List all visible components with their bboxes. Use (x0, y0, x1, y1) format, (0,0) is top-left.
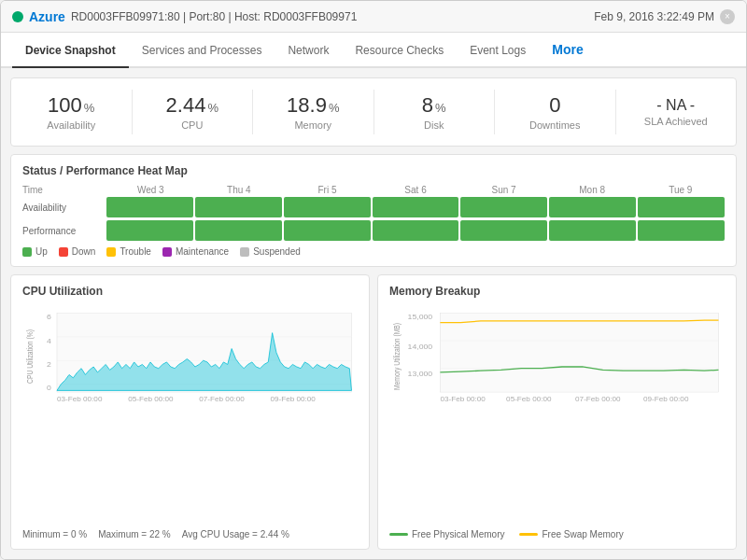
heatmap-row-availability: Availability (22, 197, 725, 217)
svg-text:0: 0 (47, 385, 52, 392)
svg-text:07-Feb 00:00: 07-Feb 00:00 (199, 396, 244, 403)
stat-disk: 8% Disk (374, 90, 496, 134)
perf-cell-1 (195, 220, 282, 241)
heatmap-time-label: Time (22, 185, 106, 195)
stats-card: 100% Availability 2.44% CPU 18.9% Memory… (10, 77, 737, 147)
memory-chart-area: Memory Utilization (MB) 15,000 14,000 13… (389, 305, 725, 525)
cpu-unit: % (207, 101, 218, 115)
tab-resource-checks[interactable]: Resource Checks (342, 35, 457, 68)
availability-value: 100 (48, 93, 82, 117)
physical-memory-legend-label: Free Physical Memory (412, 529, 504, 539)
app-window: Azure RD0003FFB09971:80 | Port:80 | Host… (0, 0, 747, 560)
col-mon8: Mon 8 (548, 185, 637, 195)
col-fri5: Fri 5 (283, 185, 372, 195)
col-wed3: Wed 3 (106, 185, 195, 195)
legend-up-color (22, 247, 32, 257)
svg-text:05-Feb 00:00: 05-Feb 00:00 (128, 396, 173, 403)
legend-down-color (59, 247, 68, 257)
cpu-chart-card: CPU Utilization CPU Utilization (%) 6 4 … (10, 274, 370, 550)
header-left: Azure RD0003FFB09971:80 | Port:80 | Host… (12, 9, 357, 24)
perf-cell-5 (549, 220, 636, 241)
stat-sla: - NA - SLA Achieved (616, 93, 737, 131)
datetime-label: Feb 9, 2016 3:22:49 PM (594, 10, 714, 23)
col-sun7: Sun 7 (459, 185, 548, 195)
row-performance-label: Performance (22, 226, 106, 236)
perf-cell-3 (373, 220, 459, 241)
disk-value: 8 (422, 93, 433, 117)
stat-memory: 18.9% Memory (253, 90, 374, 134)
legend-maintenance: Maintenance (162, 246, 229, 257)
cpu-min: Minimum = 0 % (22, 529, 87, 539)
cpu-chart-area: CPU Utilization (%) 6 4 2 0 (22, 305, 358, 525)
legend-up-label: Up (35, 246, 48, 257)
header-right: Feb 9, 2016 3:22:49 PM × (594, 9, 735, 24)
cpu-chart-title: CPU Utilization (22, 285, 358, 298)
downtimes-label: Downtimes (502, 119, 608, 131)
stat-cpu: 2.44% CPU (133, 90, 254, 134)
legend-physical-memory: Free Physical Memory (389, 529, 504, 539)
stat-availability: 100% Availability (11, 90, 133, 134)
legend-maintenance-label: Maintenance (176, 246, 229, 257)
legend-suspended-color (240, 247, 249, 257)
avail-cell-3 (373, 197, 459, 217)
svg-text:05-Feb 00:00: 05-Feb 00:00 (506, 396, 551, 403)
legend-up: Up (22, 246, 48, 257)
legend-down: Down (59, 246, 96, 257)
svg-text:03-Feb 00:00: 03-Feb 00:00 (57, 396, 102, 403)
tab-device-snapshot[interactable]: Device Snapshot (12, 35, 129, 68)
memory-y-axis-label: Memory Utilization (MB) (392, 323, 402, 390)
perf-cell-2 (284, 220, 371, 241)
availability-unit: % (84, 101, 95, 115)
perf-cell-4 (460, 220, 547, 241)
swap-memory-legend-label: Free Swap Memory (542, 529, 623, 539)
avail-cell-5 (549, 197, 636, 217)
svg-text:13,000: 13,000 (408, 371, 433, 378)
stat-downtimes: 0 Downtimes (495, 90, 616, 134)
perf-cell-6 (638, 220, 725, 241)
cpu-avg: Avg CPU Usage = 2.44 % (182, 529, 289, 539)
memory-legend: Free Physical Memory Free Swap Memory (389, 529, 725, 539)
availability-label: Availability (19, 119, 124, 131)
tab-services-processes[interactable]: Services and Processes (129, 35, 275, 68)
main-content: 100% Availability 2.44% CPU 18.9% Memory… (1, 68, 746, 559)
legend-suspended: Suspended (240, 246, 301, 257)
heatmap-card: Status / Performance Heat Map Time Wed 3… (10, 154, 737, 267)
svg-text:2: 2 (47, 361, 51, 369)
svg-text:07-Feb 00:00: 07-Feb 00:00 (575, 396, 620, 403)
heatmap-row-performance: Performance (22, 220, 725, 241)
physical-memory-legend-line (389, 533, 408, 536)
swap-memory-legend-line (519, 533, 538, 536)
cpu-chart-svg: CPU Utilization (%) 6 4 2 0 (22, 305, 358, 408)
heatmap-title: Status / Performance Heat Map (22, 164, 725, 177)
downtimes-value: 0 (549, 93, 560, 117)
svg-text:4: 4 (47, 338, 52, 345)
col-tue9: Tue 9 (636, 185, 725, 195)
cpu-label: CPU (140, 119, 246, 131)
heatmap-grid: Time Wed 3 Thu 4 Fri 5 Sat 6 Sun 7 Mon 8… (22, 185, 725, 241)
perf-cell-0 (106, 220, 193, 241)
avail-cell-2 (284, 197, 371, 217)
tab-network[interactable]: Network (275, 35, 342, 68)
tab-event-logs[interactable]: Event Logs (457, 35, 539, 68)
row-performance-cells (106, 220, 725, 241)
memory-chart-svg: Memory Utilization (MB) 15,000 14,000 13… (389, 305, 725, 408)
svg-text:15,000: 15,000 (408, 314, 433, 321)
device-info: RD0003FFB09971:80 | Port:80 | Host: RD00… (71, 10, 357, 23)
tab-more[interactable]: More (539, 33, 596, 68)
memory-chart-title: Memory Breakup (389, 285, 725, 298)
avail-cell-1 (195, 197, 282, 217)
memory-label: Memory (261, 119, 366, 131)
avail-cell-6 (638, 197, 725, 217)
svg-text:6: 6 (47, 314, 51, 321)
heatmap-legend: Up Down Trouble Maintenance Suspended (22, 246, 725, 257)
legend-trouble: Trouble (106, 246, 151, 257)
memory-chart-card: Memory Breakup Memory Utilization (MB) 1… (377, 274, 737, 550)
status-dot (12, 11, 23, 22)
sla-label: SLA Achieved (624, 116, 729, 127)
svg-text:14,000: 14,000 (408, 343, 433, 350)
cpu-value: 2.44 (166, 93, 206, 117)
cpu-max: Maximum = 22 % (98, 529, 171, 539)
close-button[interactable]: × (720, 9, 735, 24)
legend-trouble-color (106, 247, 116, 257)
heatmap-header-row: Time Wed 3 Thu 4 Fri 5 Sat 6 Sun 7 Mon 8… (22, 185, 725, 195)
